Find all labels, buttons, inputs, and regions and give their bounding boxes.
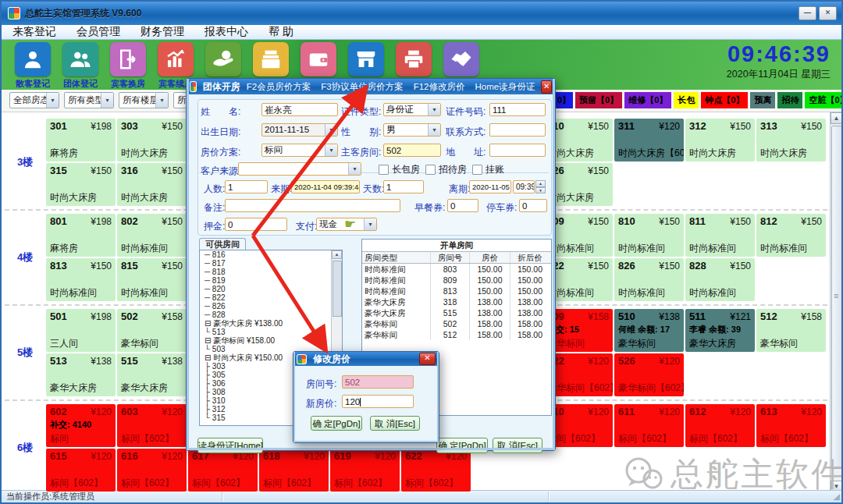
tree-item[interactable]: ─ 817 [200, 259, 342, 268]
dialog-menu-item[interactable]: F2会员房价方案 [247, 81, 311, 93]
dialog-menu-item[interactable]: F3协议单位房价方案 [321, 81, 403, 93]
table-row[interactable]: 时尚标准间813150.00150.00 [362, 286, 551, 296]
table-row[interactable]: 豪华大床房318138.00138.00 [362, 296, 551, 307]
scroll-up-icon[interactable]: ▲ [831, 112, 842, 124]
main-room-field[interactable]: 502 [383, 144, 441, 157]
room-cell[interactable]: 616¥120标间【602】 [117, 449, 187, 492]
toolbar-button-handshake[interactable] [441, 42, 482, 78]
room-cell[interactable]: 313¥150时尚大床房 [756, 119, 826, 161]
room-cell[interactable]: 315¥150时尚大床房 [46, 163, 116, 206]
cash-register-icon[interactable] [253, 42, 289, 76]
person-icon[interactable] [15, 42, 51, 76]
table-row[interactable]: 豪华大床房515138.00138.00 [362, 307, 551, 318]
room-cell[interactable]: 619¥120标间【602】 [330, 449, 400, 492]
tree-item[interactable]: ─ 816 [200, 250, 342, 259]
credit-checkbox[interactable]: 挂账 [472, 163, 504, 176]
table-row[interactable]: 时尚标准间809150.00150.00 [362, 275, 551, 286]
ok-button[interactable]: 确 定[PgDn] [436, 438, 488, 453]
room-cell[interactable]: 515¥138豪华大床房 [117, 353, 187, 396]
chevron-down-icon[interactable]: ▾ [101, 93, 113, 108]
room-cell[interactable]: 622¥120标间【602】 [401, 449, 471, 492]
wallet-icon[interactable] [301, 42, 336, 76]
room-cell[interactable]: 312¥150时尚大床房 [685, 119, 755, 161]
new-price-field[interactable]: 120 [342, 395, 414, 408]
tree-item[interactable]: ⊟ 豪华大床房 ¥138.00 [200, 319, 342, 328]
room-cell[interactable]: 603¥120标间【602】 [117, 404, 187, 447]
toolbar-button-person[interactable]: 散客登记 [12, 42, 53, 90]
available-rooms-tab[interactable]: 可供房间 [199, 238, 246, 250]
toolbar-button-store[interactable] [346, 42, 386, 78]
dialog-menu-item[interactable]: F12修改房价 [414, 81, 465, 93]
cancel-button[interactable]: 取 消[Esc] [493, 438, 542, 453]
hand-coin-icon[interactable] [205, 42, 241, 76]
days-field[interactable]: 1 [383, 180, 424, 193]
room-cell[interactable]: 618¥120标间【602】 [259, 449, 329, 492]
people-field[interactable]: 1 [225, 180, 268, 193]
printer-icon[interactable] [396, 42, 432, 76]
room-cell[interactable]: 617¥120标间【602】 [188, 449, 258, 492]
toolbar-button-people[interactable]: 团体登记 [60, 42, 101, 90]
gender-select[interactable]: 男▾ [383, 123, 441, 137]
chart-icon[interactable] [158, 42, 194, 76]
arrive-field[interactable]: 2020-11-04 09:39:44 [291, 180, 360, 193]
scrollbar-thumb[interactable] [831, 126, 843, 469]
read-id-button[interactable]: 读身份证[Home] [197, 438, 263, 453]
room-cell[interactable]: 311¥120时尚大床房【60 [614, 119, 684, 161]
tree-item[interactable]: ─ 818 [200, 268, 342, 276]
chevron-down-icon[interactable]: ▾ [46, 93, 59, 108]
table-row[interactable]: 豪华标间512158.00158.00 [362, 329, 551, 340]
scroll-up-icon[interactable]: ▲ [332, 250, 342, 259]
remark-field[interactable] [225, 199, 400, 212]
room-cell[interactable]: 512¥158豪华标间 [756, 309, 826, 352]
chevron-down-icon[interactable]: ▾ [428, 124, 440, 136]
chevron-down-icon[interactable]: ▾ [325, 144, 337, 156]
menu-item[interactable]: 会员管理 [76, 25, 120, 39]
handshake-icon[interactable] [443, 42, 479, 76]
menu-item[interactable]: 来客登记 [12, 25, 56, 39]
chevron-down-icon[interactable]: ▾ [428, 104, 440, 115]
room-cell[interactable]: 810¥150时尚标准间 [614, 214, 684, 257]
tree-item[interactable]: ─ 820 [200, 285, 342, 293]
close-button[interactable]: ✕ [819, 6, 837, 20]
room-cell[interactable]: 303¥150时尚大床房 [117, 119, 187, 161]
tree-item[interactable]: ─ 828 [200, 311, 342, 319]
cert-no-field[interactable]: 111 [489, 103, 546, 116]
toolbar-button-door-arrow[interactable]: 宾客换房 [108, 42, 148, 90]
room-cell[interactable]: 501¥198三人间 [46, 309, 116, 352]
toolbar-button-wallet[interactable] [298, 42, 339, 78]
people-icon[interactable] [62, 42, 98, 76]
menu-item[interactable]: 财务管理 [140, 25, 184, 39]
time-spinner[interactable]: ▲▼ [535, 180, 546, 193]
leave-date-select[interactable]: 2020-11-05▾ [469, 180, 511, 193]
room-cell[interactable]: 828¥150时尚标准间 [685, 258, 755, 301]
modify-ok-button[interactable]: 确 定[PgDn] [311, 416, 362, 431]
tree-item[interactable]: └ 513 [200, 328, 342, 336]
table-row[interactable]: 豪华标间502158.00158.00 [362, 318, 551, 329]
tree-item[interactable]: ─ 819 [200, 276, 342, 285]
room-cell[interactable]: 613¥120标间【602】 [756, 404, 826, 447]
chevron-down-icon[interactable]: ▾ [155, 93, 168, 108]
name-field[interactable]: 崔永亮 [261, 103, 338, 116]
dialog-close-icon[interactable]: ✕ [541, 80, 552, 94]
tree-item[interactable]: ⊟ 豪华标间 ¥158.00 [200, 336, 342, 345]
room-cell[interactable]: 813¥150时尚标准间 [46, 258, 116, 301]
room-cell[interactable]: 611¥120标间【602】 [614, 404, 684, 447]
treat-checkbox[interactable]: 招待房 [425, 163, 467, 176]
toolbar-button-printer[interactable] [393, 42, 434, 78]
contact-field[interactable] [489, 123, 546, 137]
room-cell[interactable]: 815¥150时尚标准间 [117, 258, 187, 301]
deposit-field[interactable]: 0 [225, 218, 287, 231]
room-cell[interactable]: 812¥150时尚标准间 [756, 214, 826, 257]
store-icon[interactable] [348, 42, 384, 76]
tree-item[interactable]: ─ 822 [200, 293, 342, 302]
room-cell[interactable]: 612¥120标间【602】 [685, 404, 755, 447]
table-row[interactable]: 时尚标准间803150.00150.00 [362, 264, 551, 275]
toolbar-button-cash-register[interactable] [251, 42, 291, 78]
room-cell[interactable]: 826¥150时尚标准间 [614, 258, 684, 301]
room-cell[interactable]: 602¥120补交: 4140标间 [46, 404, 116, 447]
tree-item[interactable]: ─ 826 [200, 302, 342, 311]
cert-type-select[interactable]: 身份证▾ [383, 103, 441, 116]
room-cell[interactable]: 526¥120豪华标间【602】 [614, 353, 684, 396]
room-cell[interactable]: 802¥150时尚标准间 [117, 214, 187, 257]
dialog-close-icon[interactable]: ✕ [419, 353, 436, 365]
